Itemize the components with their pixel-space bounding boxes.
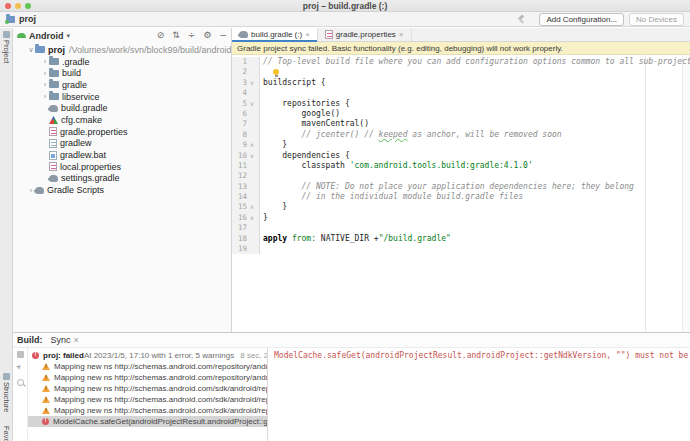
code-line[interactable]: 18apply from: NATIVE_DIR +"/build.gradle… <box>232 234 682 244</box>
code-line[interactable]: 9∧ } <box>232 140 682 150</box>
code-line[interactable]: 11 classpath 'com.android.tools.build:gr… <box>232 161 682 171</box>
gradle-scripts-label: Gradle Scripts <box>47 185 104 195</box>
project-view-selector[interactable]: Android <box>29 31 64 41</box>
code-line[interactable]: 16∧} <box>232 213 682 223</box>
build-label: Build: <box>17 335 43 345</box>
code-line[interactable]: 12 <box>232 171 682 181</box>
editor-scrollbar[interactable] <box>682 55 690 332</box>
stripe-tab-project[interactable]: Project <box>0 31 12 63</box>
build-hammer-icon[interactable] <box>516 14 526 24</box>
close-icon[interactable]: × <box>399 30 404 39</box>
code-token: } <box>263 213 268 222</box>
build-row-title: proj: failed <box>43 351 84 360</box>
code-line[interactable]: 1// Top-level build file where you can a… <box>232 57 682 67</box>
zoom-window-button[interactable] <box>25 3 31 9</box>
fold-marker-icon[interactable]: ∨ <box>247 99 257 109</box>
expand-collapse-icon[interactable]: ⇅ <box>172 31 180 40</box>
build-row[interactable]: proj: failed At 2023/1/5, 17:10 with 1 e… <box>28 350 267 361</box>
build-row[interactable]: ModelCache.safeGet(androidProjectResult.… <box>28 416 267 427</box>
stripe-tab-favorites[interactable]: Favorites <box>0 426 12 441</box>
pin-icon[interactable] <box>17 365 24 372</box>
tree-row-gradlew[interactable]: gradlew <box>13 138 231 150</box>
find-icon[interactable] <box>17 379 24 386</box>
code-line[interactable]: 14 // in the individual module build.gra… <box>232 192 682 202</box>
code-editor[interactable]: 1// Top-level build file where you can a… <box>232 55 690 332</box>
code-line[interactable]: 7 mavenCentral() <box>232 119 682 129</box>
build-row[interactable]: Mapping new ns http://schemas.android.co… <box>28 383 267 394</box>
settings-icon[interactable]: ⚙ <box>203 31 211 40</box>
line-number: 5 <box>232 99 247 109</box>
editor-tab-gradle-properties[interactable]: gradle.properties× <box>318 28 412 41</box>
editor-tab-build-gradle-[interactable]: build.gradle (:)× <box>232 28 318 41</box>
fold-marker-icon[interactable]: ∧ <box>247 213 257 223</box>
project-tool-icon <box>3 31 10 38</box>
build-row[interactable]: Mapping new ns http://schemas.android.co… <box>28 394 267 405</box>
code-line[interactable]: 3∨buildscript { <box>232 78 682 88</box>
collapse-all-icon[interactable]: ÷ <box>188 31 196 40</box>
code-line[interactable]: 15∧ } <box>232 202 682 212</box>
sync-tab[interactable]: Sync × <box>51 335 79 345</box>
code-text: } <box>260 202 287 212</box>
code-line[interactable]: 6 google() <box>232 109 682 119</box>
chevron-collapsed-icon[interactable]: › <box>41 81 49 88</box>
tab-label: build.gradle (:) <box>251 30 302 39</box>
tree-row-.gradle[interactable]: ›.gradle <box>13 56 231 68</box>
build-row[interactable]: Mapping new ns http://schemas.android.co… <box>28 405 267 416</box>
lightbulb-icon[interactable] <box>273 69 279 75</box>
tree-row-build.gradle[interactable]: build.gradle <box>13 102 231 114</box>
fold-marker-icon[interactable]: ∧ <box>247 140 257 150</box>
close-window-button[interactable] <box>5 3 11 9</box>
code-text: // jcenter() // keeped as anchor, will b… <box>260 130 562 140</box>
tree-row-cfg.cmake[interactable]: cfg.cmake <box>13 114 231 126</box>
build-row[interactable]: Mapping new ns http://schemas.android.co… <box>28 361 267 372</box>
code-token: NATIVE_DIR + <box>316 234 379 243</box>
tree-row-gradle-scripts[interactable]: › Gradle Scripts <box>13 184 231 196</box>
stop-icon[interactable] <box>17 351 24 358</box>
code-line[interactable]: 5∨ repositories { <box>232 99 682 109</box>
code-text: // in the individual module build.gradle… <box>260 192 523 202</box>
code-line[interactable]: 4 <box>232 88 682 98</box>
line-number: 11 <box>232 161 247 171</box>
tree-item-label: gradle <box>62 80 87 90</box>
tree-row-build[interactable]: ›build <box>13 67 231 79</box>
chevron-collapsed-icon[interactable]: › <box>41 93 49 100</box>
tree-row-local.properties[interactable]: local.properties <box>13 161 231 173</box>
editor-gutter: 18 <box>232 234 260 244</box>
code-line[interactable]: 19 <box>232 244 682 254</box>
chevron-collapsed-icon[interactable]: › <box>41 58 49 65</box>
project-chip[interactable]: proj <box>6 14 36 24</box>
code-line[interactable]: 17 <box>232 223 682 233</box>
tree-row-gradle.properties[interactable]: gradle.properties <box>13 126 231 138</box>
fold-marker-icon[interactable]: ∨ <box>247 151 257 161</box>
select-opened-file-icon[interactable]: ⊘ <box>157 31 165 40</box>
tree-item-label: settings.gradle <box>61 173 120 183</box>
minimize-window-button[interactable] <box>15 3 21 9</box>
tree-row-libservice[interactable]: ›libservice <box>13 91 231 103</box>
titlebar: proj – build.gradle (:) <box>0 0 690 12</box>
tree-row-root[interactable]: ∨ proj /Volumes/work/svn/block99/build/a… <box>13 44 231 56</box>
chevron-collapsed-icon[interactable]: › <box>41 70 49 77</box>
tree-row-gradlew.bat[interactable]: gradlew.bat <box>13 149 231 161</box>
stripe-tab-structure[interactable]: Structure <box>0 373 12 412</box>
code-line[interactable]: 2 <box>232 67 682 77</box>
code-line[interactable]: 8 // jcenter() // keeped as anchor, will… <box>232 130 682 140</box>
add-configuration-button[interactable]: Add Configuration... <box>539 13 624 26</box>
project-name: proj <box>19 14 36 24</box>
editor-gutter: 4 <box>232 88 260 98</box>
tree-row-settings.gradle[interactable]: settings.gradle <box>13 173 231 185</box>
chevron-expanded-icon[interactable]: ∨ <box>27 46 35 54</box>
close-icon[interactable]: × <box>74 335 79 345</box>
fold-marker-icon[interactable]: ∧ <box>247 202 257 212</box>
build-panel-body: proj: failed At 2023/1/5, 17:10 with 1 e… <box>13 348 690 441</box>
error-icon <box>32 352 39 359</box>
device-selector[interactable]: No Devices <box>629 13 684 26</box>
fold-marker-icon[interactable]: ∨ <box>247 78 257 88</box>
code-line[interactable]: 10∨ dependencies { <box>232 151 682 161</box>
code-token: classpath <box>263 161 350 170</box>
tree-row-gradle[interactable]: ›gradle <box>13 79 231 91</box>
hide-panel-icon[interactable]: − <box>219 31 227 40</box>
close-icon[interactable]: × <box>305 30 310 39</box>
chevron-down-icon[interactable]: ▾ <box>67 32 71 40</box>
code-line[interactable]: 13 // NOTE: Do not place your applicatio… <box>232 182 682 192</box>
build-row[interactable]: Mapping new ns http://schemas.android.co… <box>28 372 267 383</box>
